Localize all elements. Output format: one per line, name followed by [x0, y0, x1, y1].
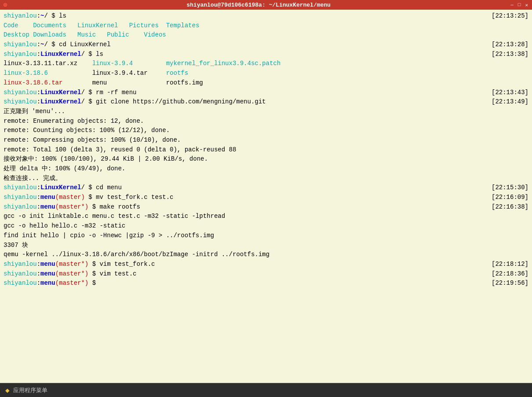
terminal-line: 处理 delta 中: 100% (49/49), done. — [4, 164, 528, 174]
menu-label[interactable]: 应用程序菜单 — [13, 386, 47, 394]
terminal-line: [22:19:56]shiyanlou:menu(master*) $ — [4, 279, 528, 288]
title-bar: shiyanlou@79d106c6198a: ~/LinuxKernel/me… — [0, 0, 532, 10]
terminal-line: [22:13:43]shiyanlou:LinuxKernel/ $ rm -r… — [4, 88, 528, 98]
menu-icon: ◆ — [5, 386, 10, 395]
terminal-line: gcc -o init linktable.c menu.c test.c -m… — [4, 212, 528, 221]
terminal-line: 正克隆到 'menu'... — [4, 107, 528, 117]
minimize-button[interactable]: — — [509, 2, 515, 8]
terminal-line: [22:18:36]shiyanlou:menu(master*) $ vim … — [4, 269, 528, 279]
terminal-line: find init hello | cpio -o -Hnewc |gzip -… — [4, 231, 528, 241]
window-action-buttons[interactable]: — □ ✕ — [509, 2, 529, 8]
terminal-line: gcc -o hello hello.c -m32 -static — [4, 221, 528, 231]
terminal-line: [22:13:49]shiyanlou:LinuxKernel/ $ git c… — [4, 97, 528, 107]
terminal-line: 3307 块 — [4, 241, 528, 250]
terminal-line: [22:13:38]shiyanlou:LinuxKernel/ $ ls — [4, 50, 528, 59]
terminal-line: 检查连接... 完成。 — [4, 174, 528, 184]
terminal-line: [22:18:12]shiyanlou:menu(master*) $ vim … — [4, 260, 528, 269]
terminal-line: 接收对象中: 100% (100/100), 29.44 KiB | 2.00 … — [4, 154, 528, 164]
terminal-line: Code Documents LinuxKernel Pictures Temp… — [4, 21, 528, 31]
terminal-line: linux-3.13.11.tar.xz linux-3.9.4 mykerne… — [4, 59, 528, 69]
bottom-bar: ◆ 应用程序菜单 — [0, 383, 532, 397]
close-x-button[interactable]: ✕ — [524, 2, 529, 8]
terminal-line: remote: Counting objects: 100% (12/12), … — [4, 126, 528, 136]
terminal-line: linux-3.18.6 linux-3.9.4.tar rootfs — [4, 69, 528, 78]
terminal-line: remote: Enumerating objects: 12, done. — [4, 117, 528, 126]
terminal-line: Desktop Downloads Music Public Videos — [4, 30, 528, 40]
close-button[interactable] — [3, 2, 8, 7]
terminal-line: qemu -kernel ../linux-3.18.6/arch/x86/bo… — [4, 250, 528, 260]
window-title: shiyanlou@79d106c6198a: ~/LinuxKernel/me… — [8, 2, 509, 8]
terminal-line: remote: Total 100 (delta 3), reused 0 (d… — [4, 145, 528, 155]
terminal-line: [22:16:09]shiyanlou:menu(master) $ mv te… — [4, 193, 528, 202]
terminal-line: [22:13:28]shiyanlou:~/ $ cd LinuxKernel — [4, 40, 528, 50]
terminal-line: [22:13:25]shiyanlou:~/ $ ls — [4, 11, 528, 21]
maximize-button[interactable]: □ — [517, 2, 522, 8]
terminal-line: remote: Compressing objects: 100% (10/10… — [4, 136, 528, 145]
terminal-line: linux-3.18.6.tar menu rootfs.img — [4, 78, 528, 88]
terminal-output[interactable]: [22:13:25]shiyanlou:~/ $ lsCode Document… — [0, 10, 532, 383]
window-controls[interactable] — [3, 2, 8, 7]
terminal-line: [22:15:30]shiyanlou:LinuxKernel/ $ cd me… — [4, 183, 528, 193]
terminal-line: [22:16:38]shiyanlou:menu(master*) $ make… — [4, 202, 528, 212]
